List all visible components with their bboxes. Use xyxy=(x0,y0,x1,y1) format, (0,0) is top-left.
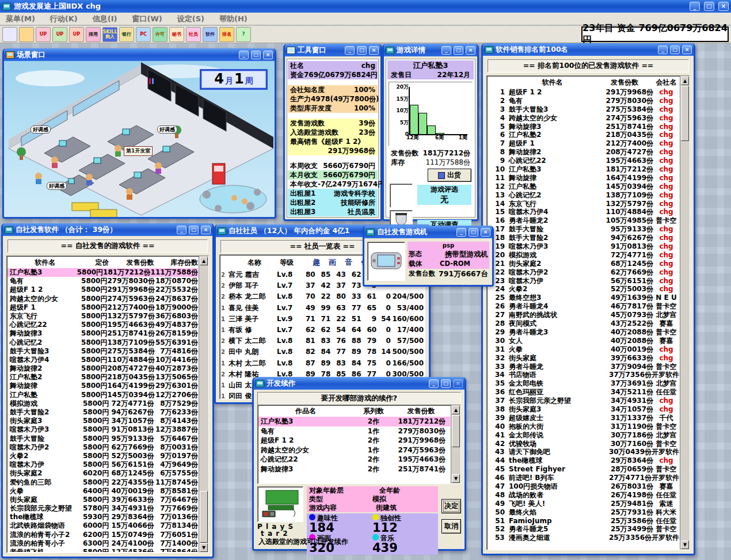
own-software-row[interactable]: 江户私塾3 5800円 181万7212份 111万7588份 xyxy=(7,268,198,277)
own-software-row[interactable]: 老母鸡飞机 5800円 12万4536份 7万6864份 xyxy=(7,548,198,552)
ranking-row[interactable]: 39 超级嬉皮士 31万1337份 千代 xyxy=(488,414,679,422)
machine-titlebar[interactable]: 自社发售游戏机 _ □ × xyxy=(364,226,492,238)
minimize-button[interactable]: _ xyxy=(177,226,186,234)
close-button[interactable]: × xyxy=(369,46,379,55)
scroll-down-arrow[interactable]: ▼ xyxy=(452,474,460,483)
ranking-row[interactable]: 11 舞动旋律 164万4199份 chg xyxy=(488,174,679,182)
app-minimize-button[interactable]: _ xyxy=(690,2,700,11)
ranking-row[interactable]: 23 喧嚣木乃伊 56万6151份 chg xyxy=(488,277,679,285)
sequel-row[interactable]: 舞动旋律3 2作 251万8741份 xyxy=(258,464,450,474)
ranking-row[interactable]: 15 喧嚣木乃伊4 110万4884份 chg xyxy=(488,208,679,216)
toolbar-icon[interactable]: 许可 xyxy=(153,27,167,42)
toolbar-icon[interactable] xyxy=(2,27,17,42)
scroll-thumb[interactable] xyxy=(452,415,460,447)
own-software-scrollbar[interactable]: ▲ ▼ xyxy=(199,256,208,553)
ranking-row[interactable]: 26 勇者斗睡龙4 46万7817份 普卡空 xyxy=(488,302,679,311)
employee-row[interactable]: 1 木村 太二郎 Lv.8 87 89 83 84 75 0 166/500 xyxy=(221,358,424,369)
menu-item[interactable]: 窗口(W) xyxy=(132,14,162,24)
ranking-row[interactable]: 19 喧嚣木乃伊3 91万0813份 chg xyxy=(488,242,679,251)
office-scene[interactable]: 4 月 1 周 第1开发室 好调感 好调感 好调感 xyxy=(4,61,275,217)
ranking-row[interactable]: 27 南野武的挑战状 45万0793份 北梦宫 xyxy=(488,311,679,319)
ranking-row[interactable]: 25 最终空想3 49万1639份 N E U xyxy=(488,294,679,302)
sequel-row[interactable]: 龟有 1作 279万8030份 xyxy=(258,426,450,436)
toolbar-icon[interactable]: UP xyxy=(69,27,84,42)
maximize-button[interactable]: □ xyxy=(469,228,478,237)
own-software-row[interactable]: 长宗我部元亲之野望 5780円 34万4931份 7万7669份 xyxy=(7,504,198,513)
ranking-row[interactable]: 22 喧嚣木乃伊2 62万7669份 chg xyxy=(488,268,679,277)
own-software-row[interactable]: 街头家庭2 6020円 68万1245份 6万5755份 xyxy=(7,469,198,478)
toolbar-icon[interactable]: 社员 xyxy=(186,27,201,42)
minimize-button[interactable]: _ xyxy=(658,45,668,54)
maximize-button[interactable]: □ xyxy=(454,46,463,55)
maximize-button[interactable]: □ xyxy=(251,51,261,59)
ranking-row[interactable]: 24 火拳2 52万5003份 chg xyxy=(488,285,679,294)
sequel-row[interactable]: 跨越太空的少女 1作 274万5963份 xyxy=(258,445,450,455)
own-software-row[interactable]: 模拟游戏 5800円 72万4771份 8万7529份 xyxy=(7,399,198,408)
toolbar-icon[interactable]: UP xyxy=(36,27,51,42)
ranking-row[interactable]: 40 抱板的大街 31万1190份 普卡空 xyxy=(488,422,679,431)
ranking-row[interactable]: 8 舞动旋律2 208万4727份 chg xyxy=(488,148,679,157)
scroll-down-arrow[interactable]: ▼ xyxy=(200,543,208,552)
scroll-up-arrow[interactable]: ▲ xyxy=(200,257,208,265)
own-software-row[interactable]: 心跳记忆2 5800円 138万7109份 55万6391份 xyxy=(7,338,198,347)
toolbar-icon[interactable]: 银行 xyxy=(119,27,134,42)
own-software-row[interactable]: 火拳2 5800円 52万5003份 9万0197份 xyxy=(7,452,198,460)
own-software-row[interactable]: 心跳记忆22 5800円 195万4663份 49万4837份 xyxy=(7,321,198,329)
own-software-row[interactable]: 喧嚣木乃伊 5800円 56万6151份 4万9649份 xyxy=(7,460,198,469)
menu-item[interactable]: 行动(K) xyxy=(50,14,78,24)
ranking-row[interactable]: 7 超级F 1 212万7400份 chg xyxy=(488,139,679,148)
ship-button[interactable]: 出货 xyxy=(428,169,471,182)
minimize-button[interactable]: _ xyxy=(345,46,355,55)
ranking-row[interactable]: 43 请天下御免吧 30万0439份 开罗软件 xyxy=(488,448,679,456)
ranking-row[interactable]: 18 鼓手大冒险2 94万6267份 chg xyxy=(488,234,679,242)
ranking-titlebar[interactable]: 软件销售排名前100名 _ □ × xyxy=(483,43,694,56)
ranking-row[interactable]: 50 最终火焰 25万7931份 科大米 xyxy=(488,508,679,517)
own-software-row[interactable]: 东京飞行 5800円 132万5797份 36万6803份 xyxy=(7,312,198,321)
employee-row[interactable]: 2 横下 太二郎 Lv.8 81 83 76 88 79 0 57/500 xyxy=(221,336,424,346)
ranking-row[interactable]: 28 夜间模式 43万2522份 赛嘉 xyxy=(488,319,679,328)
own-software-row[interactable]: 江户私塾 5800円 145万0394份 12万2706份 xyxy=(7,391,198,399)
ranking-row[interactable]: 13 心跳记忆2 138万7109份 chg xyxy=(488,191,679,200)
own-software-titlebar[interactable]: 自社发售软件 （合计： 39份） _ □ × xyxy=(3,223,212,236)
own-software-row[interactable]: 超级F 1 5800円 212万7400份 18万9000份 xyxy=(7,303,198,312)
ranking-row[interactable]: 53 漫画奥之细道 25万3356份 开罗软件 xyxy=(488,534,679,542)
ranking-row[interactable]: 12 江户私塾 145万0394份 chg xyxy=(488,182,679,191)
ranking-row[interactable]: 45 Street Fighyer 28万0659份 普卡空 xyxy=(488,465,679,474)
menu-item[interactable]: 帮助(H) xyxy=(219,14,248,24)
own-software-row[interactable]: 喧嚣木乃伊4 5800円 110万4884份 10万4416份 xyxy=(7,356,198,364)
own-software-row[interactable]: 超级F 1 2 5800円 291万9968份 22万5532份 xyxy=(7,285,198,294)
toolbar-icon[interactable]: 排名 xyxy=(219,27,234,42)
ranking-row[interactable]: 38 街头家庭3 34万1057份 chg xyxy=(488,405,679,414)
ranking-row[interactable]: 14 东京飞行 132万5797份 chg xyxy=(488,200,679,208)
toolbar-icon[interactable]: UP xyxy=(52,27,67,42)
scroll-thumb[interactable] xyxy=(681,86,689,141)
app-maximize-button[interactable]: □ xyxy=(704,2,714,11)
employee-row[interactable]: 1 有坂 修 Lv.7 62 62 54 64 60 0 17/400 xyxy=(221,325,424,336)
minimize-button[interactable]: _ xyxy=(456,228,466,237)
ranking-row[interactable]: 34 书店物语 37万7356份 开罗软件 xyxy=(488,371,679,379)
own-software-row[interactable]: 江户私塾2 5800円 218万0435份 13万5065份 xyxy=(7,373,198,382)
maximize-button[interactable]: □ xyxy=(189,226,199,234)
menu-item[interactable]: 设定(S) xyxy=(177,14,204,24)
ranking-row[interactable]: 16 勇者斗睡龙2 105万4985份 普卡空 xyxy=(488,216,679,225)
own-software-list[interactable]: 软件名 定价 发售份数 库存份数 江户私塾3 5800円 181万7212份 1… xyxy=(6,256,209,553)
ranking-row[interactable]: 17 鼓手大冒险 95万9133份 chg xyxy=(488,225,679,234)
ranking-row[interactable]: 51 FamioJump 25万3586份 任任堂 xyxy=(488,517,679,525)
close-button[interactable]: × xyxy=(481,228,490,237)
scroll-up-arrow[interactable]: ▲ xyxy=(681,77,689,85)
ranking-row[interactable]: 42 优骏牧场 30万7160份 普卡空 xyxy=(488,440,679,448)
ranking-row[interactable]: 21 街头家庭2 68万1245份 chg xyxy=(488,260,679,268)
ranking-scrollbar[interactable]: ▲ ▼ xyxy=(680,76,690,550)
ranking-row[interactable]: 31 火拳 40万0019份 chg xyxy=(488,345,679,354)
ranking-row[interactable]: 36 红色玛丽亚 34万5211份 任任堂 xyxy=(488,388,679,397)
ranking-row[interactable]: 48 战场的败者 26万4198份 任任堂 xyxy=(488,491,679,500)
ranking-row[interactable]: 49 飞吧! 美人! 25万9481份 索迷 xyxy=(488,500,679,508)
ranking-row[interactable]: 52 勇者斗睡龙5 25万3499份 普卡空 xyxy=(488,525,679,534)
close-button[interactable]: × xyxy=(466,46,475,55)
own-software-row[interactable]: 跨越太空的少女 5800円 274万5963份 24万8637份 xyxy=(7,295,198,303)
own-software-row[interactable]: 爱钓鱼的三郎 5800円 22万4355份 11万8745份 xyxy=(7,478,198,487)
ranking-row[interactable]: 44 the橄榄球 29万8364份 chg xyxy=(488,456,679,465)
ranking-row[interactable]: 10 江户私塾3 181万7212份 chg xyxy=(488,165,679,174)
maximize-button[interactable]: □ xyxy=(670,45,680,54)
own-software-row[interactable]: 舞动旋律2 5800円 208万4727份 40万2873份 xyxy=(7,364,198,373)
